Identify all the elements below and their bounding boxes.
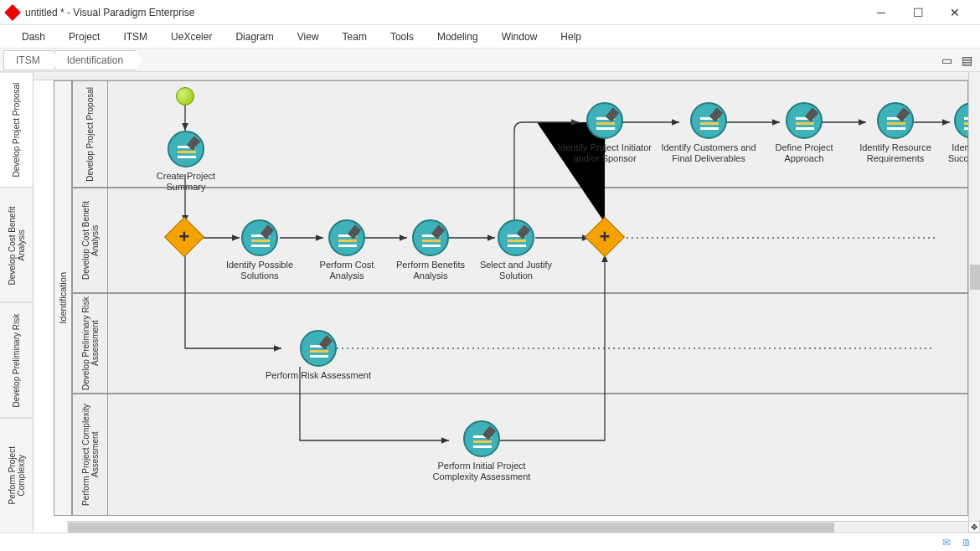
side-tabs: Develop Project Proposal Develop Cost Be… (0, 72, 34, 533)
sidetab-cost-benefit[interactable]: Develop Cost Benefit Analysis (0, 188, 33, 303)
mail-icon[interactable]: ✉ (940, 536, 953, 549)
lane-risk[interactable]: Develop Preliminary Risk Assessment (72, 293, 968, 394)
diagram-canvas[interactable]: Identification Develop Project Proposal … (34, 72, 980, 533)
task-risk-assessment[interactable]: Perform Risk Assessment (260, 330, 377, 381)
task-icon (241, 219, 278, 256)
task-icon (586, 102, 623, 139)
menu-bar: Dash Project ITSM UeXceler Diagram View … (0, 25, 980, 49)
task-label: Identify Customers and Final Deliverable… (658, 142, 759, 164)
vertical-scrollbar[interactable] (968, 72, 980, 521)
task-label: Identify Resource Requirements (849, 142, 941, 164)
task-perform-cost[interactable]: Perform Cost Analysis (305, 219, 389, 281)
pool-header[interactable]: Identification (54, 80, 72, 516)
lane-header-cost-benefit[interactable]: Develop Cost Benefit Analysis (73, 188, 108, 292)
panel-icon[interactable]: ▤ (958, 52, 975, 69)
note-icon[interactable]: 🗎 (960, 536, 973, 549)
task-identify-possible[interactable]: Identify Possible Solutions (218, 219, 302, 281)
gateway-join[interactable]: + (591, 223, 619, 251)
task-complexity-assessment[interactable]: Perform Initial Project Complexity Asses… (419, 420, 544, 482)
breadcrumb-bar: ITSM Identification ▭ ▤ (0, 49, 980, 72)
menu-project[interactable]: Project (57, 28, 111, 46)
task-label: Identify Possible Solutions (218, 260, 302, 281)
task-label: Perform Cost Analysis (305, 260, 389, 281)
task-label: Create Project Summary (144, 171, 228, 193)
task-icon (300, 330, 337, 367)
task-icon (463, 420, 500, 457)
task-create-summary[interactable]: Create Project Summary (144, 131, 228, 193)
task-label: Perform Risk Assessment (260, 370, 377, 381)
task-define-approach[interactable]: Define Project Approach (762, 102, 846, 164)
task-label: Perform Initial Project Complexity Asses… (419, 461, 544, 482)
pan-icon[interactable]: ✥ (968, 521, 980, 533)
start-event[interactable] (176, 87, 194, 106)
scrollbar-thumb[interactable] (970, 265, 980, 290)
task-icon (877, 102, 914, 139)
task-icon (168, 131, 204, 167)
lane-header-proposal[interactable]: Develop Project Proposal (73, 81, 108, 187)
task-label: Perform Benefits Analysis (389, 260, 472, 281)
minimize-button[interactable]: ─ (863, 0, 900, 25)
horizontal-scrollbar[interactable] (67, 521, 968, 533)
menu-uexceler[interactable]: UeXceler (159, 28, 224, 46)
task-resource-requirements[interactable]: Identify Resource Requirements (849, 102, 941, 164)
menu-modeling[interactable]: Modeling (426, 28, 490, 46)
main-area: Develop Project Proposal Develop Cost Be… (0, 72, 980, 533)
lane-header-complexity[interactable]: Perform Project Complexity Assessment (73, 394, 108, 515)
sidetab-proposal[interactable]: Develop Project Proposal (0, 72, 33, 188)
canvas-wrapper[interactable]: Identification Develop Project Proposal … (34, 72, 980, 533)
menu-team[interactable]: Team (331, 28, 379, 46)
menu-tools[interactable]: Tools (379, 28, 426, 46)
app-icon (4, 4, 21, 21)
task-identify-customers[interactable]: Identify Customers and Final Deliverable… (658, 102, 759, 164)
breadcrumb-itsm[interactable]: ITSM (3, 50, 53, 70)
status-bar: ✉ 🗎 (0, 533, 980, 551)
close-button[interactable]: ✕ (936, 0, 973, 25)
maximize-button[interactable]: ☐ (900, 0, 936, 25)
sidetab-preliminary-risk[interactable]: Develop Preliminary Risk (0, 302, 33, 418)
task-icon (412, 219, 449, 256)
menu-help[interactable]: Help (549, 28, 593, 46)
task-identify-initiator[interactable]: Identify Project Initiator and/or Sponso… (558, 102, 652, 164)
scrollbar-thumb[interactable] (68, 523, 834, 533)
menu-window[interactable]: Window (490, 28, 549, 46)
task-label: Identify Project Initiator and/or Sponso… (558, 142, 652, 164)
task-icon (786, 102, 823, 139)
task-icon (328, 219, 365, 256)
title-bar: untitled * - Visual Paradigm Enterprise … (0, 0, 980, 25)
pool-label: Identification (58, 272, 68, 324)
breadcrumb-identification[interactable]: Identification (54, 50, 136, 70)
task-label: Define Project Approach (762, 142, 846, 164)
menu-dash[interactable]: Dash (10, 28, 57, 46)
menu-itsm[interactable]: ITSM (111, 28, 159, 46)
gateway-split[interactable]: + (170, 223, 199, 251)
window-title: untitled * - Visual Paradigm Enterprise (25, 7, 863, 18)
task-perform-benefits[interactable]: Perform Benefits Analysis (389, 219, 472, 281)
task-select-justify[interactable]: Select and Justify Solution (474, 219, 558, 281)
task-label: Select and Justify Solution (474, 260, 558, 281)
menu-view[interactable]: View (286, 28, 331, 46)
task-icon (690, 102, 727, 139)
sidetab-project-complexity[interactable]: Perform Project Complexity (0, 418, 33, 533)
task-icon (498, 219, 534, 256)
layout-icon[interactable]: ▭ (938, 52, 955, 69)
lane-header-risk[interactable]: Develop Preliminary Risk Assessment (73, 294, 108, 393)
menu-diagram[interactable]: Diagram (224, 28, 285, 46)
